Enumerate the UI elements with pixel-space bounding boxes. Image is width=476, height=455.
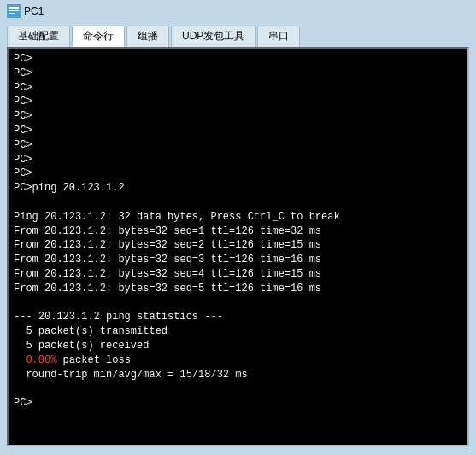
terminal-output: PC> PC> PC> PC> PC> PC> PC> PC> PC> PC>p… (14, 52, 462, 411)
tab-udp[interactable]: UDP发包工具 (171, 26, 256, 47)
svg-rect-1 (9, 7, 19, 9)
svg-rect-2 (9, 10, 19, 11)
tab-multicast[interactable]: 组播 (126, 26, 169, 47)
terminal-window[interactable]: PC> PC> PC> PC> PC> PC> PC> PC> PC> PC>p… (7, 47, 469, 446)
svg-rect-3 (9, 13, 15, 14)
window-icon (7, 4, 21, 18)
tab-cmd[interactable]: 命令行 (72, 26, 125, 47)
tabs-bar: 基础配置命令行组播UDP发包工具串口 (0, 22, 476, 47)
window-title: PC1 (24, 5, 44, 17)
tab-serial[interactable]: 串口 (257, 26, 300, 47)
title-bar: PC1 (0, 0, 476, 22)
tab-basic[interactable]: 基础配置 (7, 26, 70, 47)
